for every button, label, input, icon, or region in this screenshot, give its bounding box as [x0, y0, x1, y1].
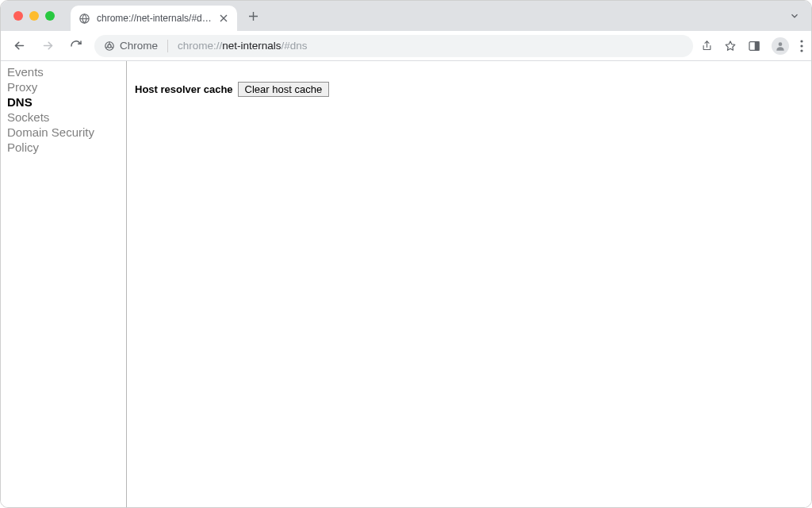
chrome-chip-label: Chrome: [120, 40, 158, 52]
share-icon[interactable]: [701, 40, 713, 52]
sidebar-item-domain-security-policy[interactable]: Domain Security Policy: [7, 125, 126, 155]
zoom-window-button[interactable]: [45, 11, 55, 21]
chrome-icon: [104, 40, 115, 52]
toolbar-right: [701, 37, 803, 55]
svg-point-5: [779, 42, 783, 46]
tab-overflow-button[interactable]: [789, 10, 800, 21]
host-resolver-cache-label: Host resolver cache: [135, 83, 233, 95]
new-tab-button[interactable]: [242, 5, 264, 27]
omnibox-divider: [167, 40, 168, 52]
url-suffix: /#dns: [282, 40, 308, 52]
chrome-window: chrome://net-internals/#dns: [0, 0, 812, 508]
menu-button[interactable]: [800, 40, 803, 52]
url-host: net-internals: [222, 40, 281, 52]
toolbar: Chrome chrome://net-internals/#dns: [1, 31, 811, 61]
profile-avatar[interactable]: [772, 37, 789, 55]
host-resolver-row: Host resolver cache Clear host cache: [135, 82, 811, 97]
svg-rect-4: [755, 41, 759, 50]
window-controls: [1, 11, 67, 21]
sidebar-item-events[interactable]: Events: [7, 64, 126, 79]
side-panel-icon[interactable]: [748, 40, 760, 52]
sidebar-item-dns[interactable]: DNS: [7, 94, 126, 110]
svg-point-2: [108, 44, 111, 47]
clear-host-cache-button[interactable]: Clear host cache: [238, 82, 330, 97]
svg-point-7: [800, 44, 802, 47]
main-panel: Host resolver cache Clear host cache: [127, 61, 811, 507]
browser-tab[interactable]: chrome://net-internals/#dns: [71, 6, 237, 31]
close-window-button[interactable]: [13, 11, 23, 21]
tab-title: chrome://net-internals/#dns: [97, 13, 212, 24]
svg-point-8: [800, 49, 802, 52]
close-tab-button[interactable]: [218, 13, 229, 24]
svg-point-6: [800, 40, 802, 42]
url-text: chrome://net-internals/#dns: [178, 40, 308, 52]
forward-button[interactable]: [37, 36, 58, 56]
back-button[interactable]: [9, 36, 29, 56]
sidebar: Events Proxy DNS Sockets Domain Security…: [1, 61, 127, 507]
chrome-chip: Chrome: [104, 40, 158, 52]
content-area: Events Proxy DNS Sockets Domain Security…: [1, 61, 811, 507]
url-prefix: chrome://: [178, 40, 222, 52]
sidebar-item-sockets[interactable]: Sockets: [7, 110, 126, 125]
sidebar-item-proxy[interactable]: Proxy: [7, 79, 126, 94]
bookmark-star-icon[interactable]: [724, 40, 737, 52]
address-bar[interactable]: Chrome chrome://net-internals/#dns: [94, 35, 693, 57]
tab-strip: chrome://net-internals/#dns: [1, 1, 811, 31]
reload-button[interactable]: [66, 36, 86, 56]
minimize-window-button[interactable]: [29, 11, 39, 21]
globe-icon: [79, 13, 90, 25]
